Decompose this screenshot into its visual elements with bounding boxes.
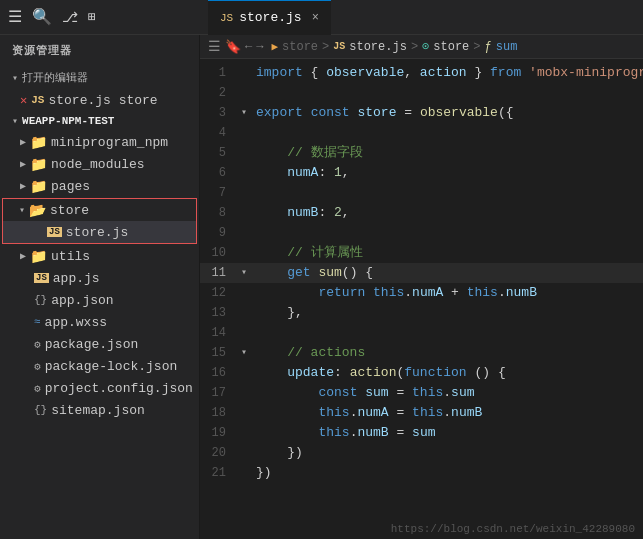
store-group: ▾ 📂 store JS store.js (2, 198, 197, 244)
code-line-12: 12 return this.numA + this.numB (200, 283, 643, 303)
open-editors-chevron[interactable]: ▾ (12, 72, 18, 84)
sidebar-item-utils[interactable]: ▶ 📁 utils (0, 245, 199, 267)
breadcrumb: ☰ 🔖 ← → ▶ store > JS store.js > ⊙ store … (200, 35, 643, 59)
breadcrumb-forward[interactable]: → (256, 40, 263, 54)
breadcrumb-root-icon: ▶ (271, 40, 278, 53)
code-line-4: 4 (200, 123, 643, 143)
code-line-16: 16 update: action(function () { (200, 363, 643, 383)
code-line-2: 2 (200, 83, 643, 103)
sidebar-item-packagelockjson[interactable]: ⚙ package-lock.json (0, 355, 199, 377)
file-icon-appwxss: ≈ (34, 316, 41, 328)
chevron-utils: ▶ (20, 250, 26, 262)
sidebar-item-appjs[interactable]: JS app.js (0, 267, 199, 289)
editor-content[interactable]: 1 import { observable, action } from 'mo… (200, 59, 643, 539)
code-line-3: 3 ▾ export const store = observable({ (200, 103, 643, 123)
sidebar-item-appjson[interactable]: {} app.json (0, 289, 199, 311)
folder-icon-store: 📂 (29, 202, 46, 219)
sidebar-item-packagejson[interactable]: ⚙ package.json (0, 333, 199, 355)
folder-icon-node-modules: 📁 (30, 156, 47, 173)
code-line-15: 15 ▾ // actions (200, 343, 643, 363)
tab-close-button[interactable]: × (312, 11, 319, 25)
code-line-20: 20 }) (200, 443, 643, 463)
code-line-18: 18 this.numA = this.numB (200, 403, 643, 423)
code-line-10: 10 // 计算属性 (200, 243, 643, 263)
open-file-icon: JS (31, 94, 44, 106)
file-icon-packagejson: ⚙ (34, 338, 41, 351)
tab-storejs[interactable]: JS store.js × (208, 0, 331, 35)
code-line-19: 19 this.numB = sum (200, 423, 643, 443)
search-icon[interactable]: 🔍 (32, 7, 52, 27)
code-line-5: 5 // 数据字段 (200, 143, 643, 163)
sidebar-item-miniprogram-npm[interactable]: ▶ 📁 miniprogram_npm (0, 131, 199, 153)
file-icon-sitemapjson: {} (34, 404, 47, 416)
chevron-pages: ▶ (20, 180, 26, 192)
editor: ☰ 🔖 ← → ▶ store > JS store.js > ⊙ store … (200, 35, 643, 539)
code-line-13: 13 }, (200, 303, 643, 323)
file-icon-appjson: {} (34, 294, 47, 306)
code-line-17: 17 const sum = this.sum (200, 383, 643, 403)
sidebar-item-store[interactable]: ▾ 📂 store (3, 199, 196, 221)
breadcrumb-menu-icon[interactable]: ☰ (208, 38, 221, 55)
sidebar-item-storejs[interactable]: JS store.js (3, 221, 196, 243)
file-icon-storejs: JS (47, 227, 62, 237)
main-area: 资源管理器 ▾ 打开的编辑器 ✕ JS store.js store ▾ WEA… (0, 35, 643, 539)
tab-file-icon: JS (220, 12, 233, 24)
breadcrumb-store-icon: ⊙ (422, 39, 429, 54)
breadcrumb-func-icon: ƒ (485, 40, 492, 54)
sidebar-item-projectconfigjson[interactable]: ⚙ project.config.json (0, 377, 199, 399)
code-line-21: 21 }) (200, 463, 643, 483)
project-label: ▾ WEAPP-NPM-TEST (0, 111, 199, 131)
git-icon[interactable]: ⎇ (62, 9, 78, 26)
watermark: https://blog.csdn.net/weixin_42289080 (391, 523, 635, 535)
sidebar: 资源管理器 ▾ 打开的编辑器 ✕ JS store.js store ▾ WEA… (0, 35, 200, 539)
file-icon-projectconfig: ⚙ (34, 382, 41, 395)
file-icon-appjs: JS (34, 273, 49, 283)
code-line-9: 9 (200, 223, 643, 243)
file-icon-packagelockjson: ⚙ (34, 360, 41, 373)
bookmark-icon[interactable]: 🔖 (225, 39, 241, 55)
code-line-7: 7 (200, 183, 643, 203)
menu-icon[interactable]: ☰ (8, 7, 22, 27)
sidebar-item-pages[interactable]: ▶ 📁 pages (0, 175, 199, 197)
title-bar: ☰ 🔍 ⎇ ⊞ JS store.js × (0, 0, 643, 35)
chevron-node-modules: ▶ (20, 158, 26, 170)
split-icon[interactable]: ⊞ (88, 9, 96, 25)
breadcrumb-js-icon: JS (333, 41, 345, 52)
sidebar-item-sitemapjson[interactable]: {} sitemap.json (0, 399, 199, 421)
tab-bar: JS store.js × (208, 0, 635, 35)
code-lines: 1 import { observable, action } from 'mo… (200, 59, 643, 487)
folder-icon-miniprogram: 📁 (30, 134, 47, 151)
project-chevron[interactable]: ▾ (12, 115, 18, 127)
sidebar-item-node-modules[interactable]: ▶ 📁 node_modules (0, 153, 199, 175)
folder-icon-utils: 📁 (30, 248, 47, 265)
tab-label: store.js (239, 10, 301, 25)
title-bar-left: ☰ 🔍 ⎇ ⊞ (8, 7, 208, 27)
code-line-14: 14 (200, 323, 643, 343)
breadcrumb-back[interactable]: ← (245, 40, 252, 54)
open-editors-label: ▾ 打开的编辑器 (0, 66, 199, 89)
folder-icon-pages: 📁 (30, 178, 47, 195)
code-area[interactable]: 1 import { observable, action } from 'mo… (200, 59, 643, 539)
sidebar-header: 资源管理器 (0, 35, 199, 66)
close-icon[interactable]: ✕ (20, 93, 27, 108)
open-file-item[interactable]: ✕ JS store.js store (0, 89, 199, 111)
code-line-6: 6 numA: 1, (200, 163, 643, 183)
chevron-store: ▾ (19, 204, 25, 216)
chevron-miniprogram: ▶ (20, 136, 26, 148)
code-line-8: 8 numB: 2, (200, 203, 643, 223)
code-line-11: 11 ▾ get sum() { (200, 263, 643, 283)
code-line-1: 1 import { observable, action } from 'mo… (200, 63, 643, 83)
sidebar-item-appwxss[interactable]: ≈ app.wxss (0, 311, 199, 333)
